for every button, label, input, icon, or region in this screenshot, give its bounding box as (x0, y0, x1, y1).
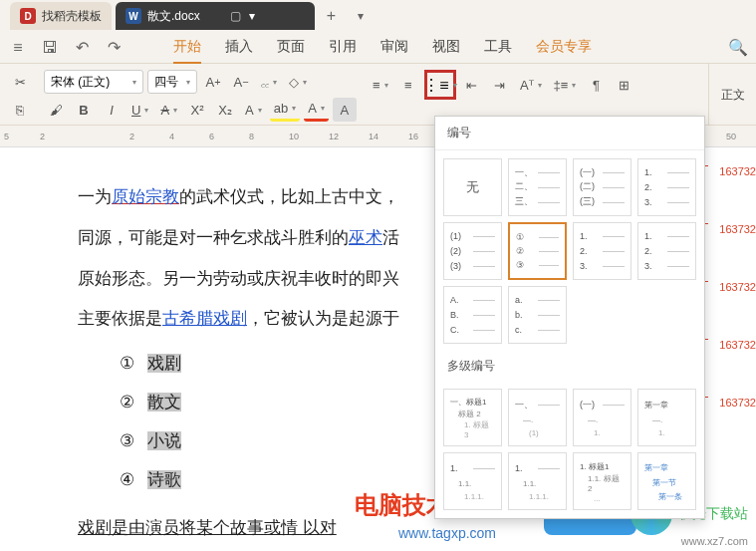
format-painter-icon[interactable]: 🖌 (44, 98, 68, 122)
numbering-option-selected[interactable]: ① ② ③ (508, 222, 567, 280)
numbering-option[interactable]: 1. 2. 3. (637, 158, 696, 216)
text-effect-button[interactable]: A▾ (241, 98, 266, 122)
numbering-option[interactable]: 1. 2. 3. (573, 222, 631, 280)
ml-numbering-option[interactable]: 一、 —. (1) (508, 389, 567, 446)
download-url: www.xz7.com (681, 535, 748, 547)
italic-button[interactable]: I (100, 98, 124, 122)
bold-button[interactable]: B (72, 98, 96, 122)
link-witchcraft[interactable]: 巫术 (349, 228, 382, 247)
word-icon: W (126, 8, 141, 24)
chevron-down-icon: ▾ (186, 78, 190, 87)
underline-button[interactable]: U▾ (127, 98, 152, 122)
numbering-option[interactable]: A. B. C. (443, 286, 502, 344)
numbering-dropdown: 编号 无 一、 二、 三、 (一) (二) (三) 1. 2. 3. (1) (… (434, 116, 705, 519)
ml-numbering-option[interactable]: (一) —. 1. (573, 389, 631, 446)
menu-tab-page[interactable]: 页面 (277, 32, 305, 64)
strikethrough-button[interactable]: A▾ (156, 98, 181, 122)
menu-tab-vip[interactable]: 会员专享 (536, 32, 592, 64)
popup-title: 编号 (435, 117, 704, 150)
redo-icon[interactable]: ↷ (104, 38, 124, 58)
align-button[interactable]: ≡ (396, 73, 420, 97)
text-direction-button[interactable]: Aᵀ▾ (516, 73, 546, 97)
new-tab-button[interactable]: + (319, 2, 344, 30)
templates-icon: D (20, 8, 36, 24)
subscript-button[interactable]: X₂ (213, 98, 237, 122)
decrease-indent-button[interactable]: ⇤ (460, 73, 484, 97)
ml-numbering-option[interactable]: 1. 标题1 1.1. 标题 2 ... (573, 452, 631, 510)
menu-tab-view[interactable]: 视图 (432, 32, 460, 64)
link-greek-drama[interactable]: 古希腊戏剧 (162, 309, 247, 328)
tab-doc-label: 散文.docx (147, 8, 200, 25)
numbering-option-none[interactable]: 无 (443, 158, 502, 216)
copy-icon[interactable]: ⎘ (8, 98, 32, 122)
paragraph-button[interactable]: ¶ (584, 73, 608, 97)
ml-numbering-option[interactable]: 一、标题1 标题 2 1. 标题 3 (443, 389, 502, 446)
save-icon[interactable]: 🖫 (40, 38, 60, 58)
menu-tab-reference[interactable]: 引用 (329, 32, 357, 64)
highlight-button[interactable]: ab▾ (270, 98, 300, 122)
font-size-select[interactable]: 四号 ▾ (147, 70, 197, 94)
ml-numbering-option[interactable]: 1. 1.1. 1.1.1. (443, 452, 502, 510)
popup-ml-title: 多级编号 (435, 352, 704, 381)
search-icon[interactable]: 🔍 (728, 38, 748, 58)
tab-overflow-button[interactable]: ▾ (348, 2, 374, 30)
clear-format-icon[interactable]: ◇▾ (285, 70, 311, 94)
menu-icon[interactable]: ≡ (8, 38, 28, 58)
menu-tab-insert[interactable]: 插入 (225, 32, 253, 64)
chevron-down-icon: ▾ (132, 78, 136, 87)
link-religion[interactable]: 原始宗教 (112, 187, 179, 206)
numbering-option[interactable]: a. b. c. (508, 286, 567, 344)
watermark-url: www.tagxp.com (398, 525, 496, 541)
increase-font-icon[interactable]: A+ (201, 70, 225, 94)
tab-templates[interactable]: D 找稻壳模板 (10, 2, 112, 30)
decrease-font-icon[interactable]: A− (229, 70, 253, 94)
superscript-button[interactable]: X² (185, 98, 209, 122)
numbering-option[interactable]: (一) (二) (三) (573, 158, 631, 216)
ml-numbering-option[interactable]: 第一章 第一节 第一条 (637, 452, 696, 510)
ml-numbering-option[interactable]: 1. 1.1. 1.1.1. (508, 452, 567, 510)
line-spacing-button[interactable]: ‡≡▾ (550, 73, 581, 97)
numbered-list-button[interactable]: ⋮≡▾ (424, 70, 456, 100)
device-icon: ▢ (230, 9, 241, 23)
phonetic-icon[interactable]: ꜀꜀▾ (257, 70, 281, 94)
style-panel[interactable]: 正文 (708, 64, 756, 126)
bullet-list-button[interactable]: ≡▾ (369, 73, 392, 97)
menu-tab-start[interactable]: 开始 (173, 32, 201, 64)
ml-numbering-option[interactable]: 第一章 —. 1. (637, 389, 696, 446)
char-shading-button[interactable]: A (333, 98, 357, 122)
increase-indent-button[interactable]: ⇥ (488, 73, 512, 97)
tab-document[interactable]: W 散文.docx ▢ ▾ (116, 2, 315, 30)
numbering-option[interactable]: 1. 2. 3. (637, 222, 696, 280)
undo-icon[interactable]: ↶ (72, 38, 92, 58)
cut-icon[interactable]: ✂ (8, 70, 32, 94)
font-select[interactable]: 宋体 (正文) ▾ (44, 70, 143, 94)
revision-marks: 163732 163732 163732 163732 163732 (719, 147, 756, 436)
numbering-option[interactable]: (1) (2) (3) (443, 222, 502, 280)
numbering-option[interactable]: 一、 二、 三、 (508, 158, 567, 216)
sort-button[interactable]: ⊞ (612, 73, 635, 97)
font-color-button[interactable]: A▾ (304, 98, 329, 122)
menu-tab-review[interactable]: 审阅 (380, 32, 408, 64)
tab-templates-label: 找稻壳模板 (42, 8, 102, 25)
menu-tab-tools[interactable]: 工具 (484, 32, 512, 64)
tab-menu-icon[interactable]: ▾ (249, 9, 255, 23)
